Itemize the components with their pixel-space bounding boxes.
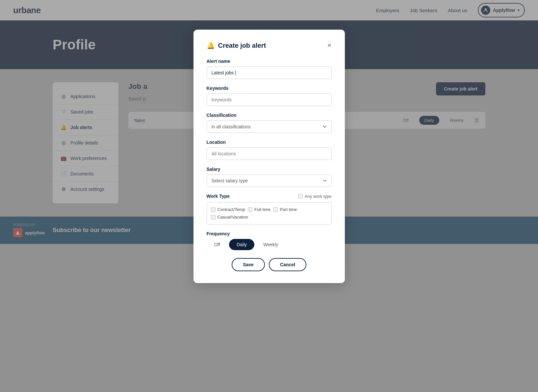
save-button[interactable]: Save	[232, 258, 265, 271]
modal-title: 🔔 Create job alert	[207, 41, 266, 49]
frequency-off-button[interactable]: Off	[207, 239, 228, 250]
location-group: Location	[207, 140, 332, 160]
work-type-group: Work Type Any work type Contract/Temp Fu…	[207, 194, 332, 224]
alert-name-input[interactable]	[207, 66, 332, 79]
salary-label: Salary	[207, 167, 332, 172]
keywords-group: Keywords	[207, 86, 332, 106]
frequency-weekly-button[interactable]: Weekly	[256, 239, 286, 250]
any-work-type-checkbox[interactable]	[298, 194, 303, 198]
salary-group: Salary Select salary type Annual salary …	[207, 167, 332, 187]
classification-select[interactable]: in all classifications Accounting Engine…	[207, 120, 332, 133]
casual-vacation-label: Casual/Vacation	[218, 215, 248, 220]
frequency-buttons: Off Daily Weekly	[207, 239, 332, 250]
contract-temp-checkbox[interactable]	[211, 207, 216, 212]
casual-vacation-checkbox[interactable]	[211, 215, 216, 220]
work-type-contract-temp[interactable]: Contract/Temp	[211, 207, 245, 212]
location-input[interactable]	[207, 147, 332, 160]
work-type-header: Work Type Any work type	[207, 194, 332, 199]
frequency-daily-button[interactable]: Daily	[229, 239, 254, 250]
modal-close-button[interactable]: ×	[327, 42, 332, 49]
work-type-part-time[interactable]: Part time	[273, 207, 297, 212]
work-type-casual-vacation[interactable]: Casual/Vacation	[211, 215, 248, 220]
frequency-group: Frequency Off Daily Weekly	[207, 231, 332, 250]
create-job-alert-modal: 🔔 Create job alert × Alert name Keywords…	[193, 30, 345, 283]
contract-temp-label: Contract/Temp	[218, 207, 245, 212]
any-work-type-option[interactable]: Any work type	[298, 194, 332, 199]
modal-footer: Save Cancel	[207, 258, 332, 271]
salary-select[interactable]: Select salary type Annual salary Hourly …	[207, 174, 332, 187]
cancel-button[interactable]: Cancel	[269, 258, 306, 271]
work-type-full-time[interactable]: Full time	[248, 207, 270, 212]
part-time-label: Part time	[280, 207, 297, 212]
work-type-box: Contract/Temp Full time Part time Casual…	[207, 202, 332, 224]
part-time-checkbox[interactable]	[273, 207, 278, 212]
alert-name-label: Alert name	[207, 59, 332, 64]
modal-header: 🔔 Create job alert ×	[207, 41, 332, 49]
any-work-type-label: Any work type	[305, 194, 332, 199]
work-type-options: Contract/Temp Full time Part time Casual…	[211, 207, 327, 220]
modal-overlay: 🔔 Create job alert × Alert name Keywords…	[0, 0, 538, 392]
full-time-checkbox[interactable]	[248, 207, 252, 212]
alert-name-group: Alert name	[207, 59, 332, 79]
frequency-label: Frequency	[207, 231, 332, 236]
classification-group: Classification in all classifications Ac…	[207, 113, 332, 133]
classification-label: Classification	[207, 113, 332, 118]
full-time-label: Full time	[254, 207, 270, 212]
keywords-input[interactable]	[207, 93, 332, 106]
location-label: Location	[207, 140, 332, 145]
keywords-label: Keywords	[207, 86, 332, 91]
modal-title-text: Create job alert	[218, 42, 266, 49]
work-type-label: Work Type	[207, 194, 230, 199]
modal-bell-icon: 🔔	[207, 41, 215, 49]
